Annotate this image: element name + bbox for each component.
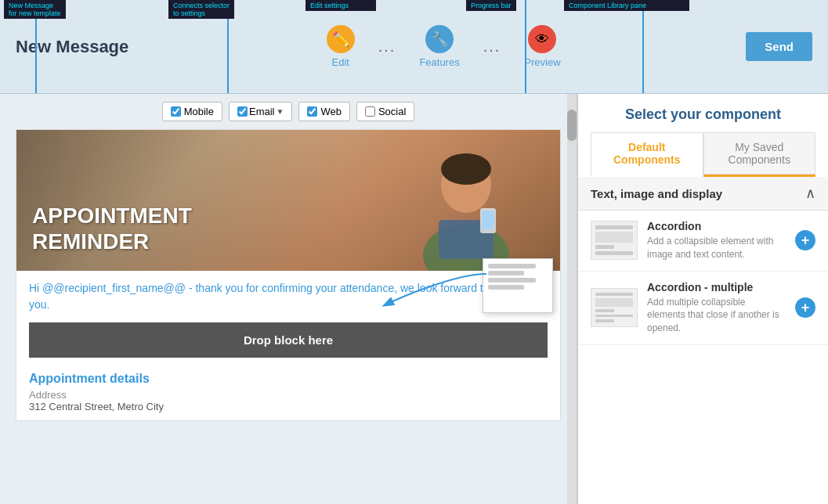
drag-line-2 bbox=[488, 271, 524, 275]
component-desc: Add a collapsible element with image and… bbox=[647, 235, 786, 261]
thumb-img bbox=[595, 232, 633, 243]
body-text: Hi @@recipient_first_name@@ - thank you … bbox=[16, 271, 560, 322]
email-preview: APPOINTMENT REMINDER Hi @@recipient_firs… bbox=[16, 129, 561, 421]
drag-line-4 bbox=[488, 285, 524, 290]
nav-dots-1: ··· bbox=[378, 41, 396, 57]
thumb-img bbox=[595, 298, 633, 307]
email-dropdown-arrow[interactable]: ▼ bbox=[276, 107, 284, 116]
edit-label: Edit bbox=[332, 56, 349, 68]
channels-bar: Mobile Email ▼ Web Social bbox=[0, 94, 577, 129]
address-value: 312 Central Street, Metro City bbox=[29, 401, 548, 412]
list-item[interactable]: Accordion - multiple Add multiple collap… bbox=[578, 272, 828, 345]
mobile-label: Mobile bbox=[184, 106, 214, 117]
features-icon: 🔧 bbox=[425, 25, 454, 53]
thumb-line bbox=[595, 225, 633, 229]
component-name: Accordion - multiple bbox=[647, 281, 786, 293]
drag-line-1 bbox=[488, 264, 536, 268]
send-button[interactable]: Send bbox=[746, 32, 812, 61]
component-thumb-accordion-multiple bbox=[591, 288, 638, 327]
thumb-line-3 bbox=[595, 251, 633, 255]
svg-rect-5 bbox=[482, 211, 494, 229]
hero-image: APPOINTMENT REMINDER bbox=[16, 130, 560, 271]
thumb-line-3 bbox=[595, 315, 633, 318]
preview-label: Preview bbox=[524, 56, 560, 68]
channel-mobile[interactable]: Mobile bbox=[162, 102, 222, 121]
nav-dots-2: ··· bbox=[483, 41, 501, 57]
appointment-title: Appointment details bbox=[29, 372, 548, 386]
address-label: Address bbox=[29, 389, 548, 401]
annotation-5: Component Library pane bbox=[564, 0, 689, 11]
social-label: Social bbox=[378, 106, 406, 117]
channel-social[interactable]: Social bbox=[356, 102, 414, 121]
annotation-1: New Messagefor new template bbox=[4, 0, 66, 19]
component-info-accordion: Accordion Add a collapsible element with… bbox=[647, 220, 786, 261]
add-accordion-multiple-button[interactable]: + bbox=[795, 297, 815, 318]
scrollbar[interactable] bbox=[567, 94, 577, 504]
annotation-3: Edit settings bbox=[306, 0, 376, 11]
drop-block[interactable]: Drop block here bbox=[29, 322, 548, 358]
annotation-4: Progress bar bbox=[466, 0, 516, 11]
features-label: Features bbox=[419, 56, 459, 68]
list-item[interactable]: Accordion Add a collapsible element with… bbox=[578, 211, 828, 272]
editor-panel: Mobile Email ▼ Web Social bbox=[0, 94, 577, 504]
email-label: Email bbox=[249, 106, 275, 117]
select-component-title: Select your component bbox=[591, 106, 815, 123]
edit-icon: ✏️ bbox=[327, 25, 355, 53]
social-checkbox[interactable] bbox=[365, 106, 375, 117]
annotation-2: Connects selectorto settings bbox=[168, 0, 234, 19]
appointment-details: Appointment details Address 312 Central … bbox=[16, 364, 560, 420]
web-checkbox[interactable] bbox=[307, 106, 317, 117]
preview-icon: 👁 bbox=[528, 25, 556, 53]
main-header: New Message ✏️ Edit ··· 🔧 Features ··· 👁… bbox=[0, 0, 828, 94]
mobile-checkbox[interactable] bbox=[171, 106, 181, 117]
nav-features[interactable]: 🔧 Features bbox=[419, 25, 459, 68]
hero-text: APPOINTMENT REMINDER bbox=[32, 203, 192, 255]
person-silhouette bbox=[396, 130, 537, 271]
svg-point-2 bbox=[441, 153, 491, 185]
drag-line-3 bbox=[488, 278, 536, 283]
nav-preview[interactable]: 👁 Preview bbox=[524, 25, 560, 68]
header-nav: ✏️ Edit ··· 🔧 Features ··· 👁 Preview bbox=[141, 25, 746, 68]
page-title: New Message bbox=[16, 37, 141, 57]
content-area: Mobile Email ▼ Web Social bbox=[0, 94, 828, 504]
add-accordion-button[interactable]: + bbox=[795, 230, 815, 250]
scroll-thumb[interactable] bbox=[567, 110, 577, 141]
collapse-icon[interactable]: ∧ bbox=[805, 185, 815, 202]
web-label: Web bbox=[320, 106, 342, 117]
thumb-line-2 bbox=[595, 309, 614, 312]
thumb-line-2 bbox=[595, 245, 614, 249]
channel-web[interactable]: Web bbox=[298, 102, 350, 121]
thumb-line-4 bbox=[595, 319, 614, 322]
drag-preview bbox=[483, 258, 553, 313]
channel-email[interactable]: Email ▼ bbox=[229, 102, 292, 121]
nav-edit[interactable]: ✏️ Edit bbox=[327, 25, 355, 68]
section-title: Text, image and display bbox=[591, 187, 722, 200]
tabs-row: Default Components My Saved Components bbox=[591, 132, 815, 177]
tab-saved-components[interactable]: My Saved Components bbox=[703, 132, 816, 175]
component-name: Accordion bbox=[647, 220, 786, 232]
thumb-line bbox=[595, 293, 633, 296]
right-panel-header: Select your component Default Components… bbox=[578, 94, 828, 177]
component-info-accordion-multiple: Accordion - multiple Add multiple collap… bbox=[647, 281, 786, 335]
email-checkbox[interactable] bbox=[237, 106, 248, 117]
tab-default-components[interactable]: Default Components bbox=[591, 132, 703, 177]
section-header: Text, image and display ∧ bbox=[578, 177, 828, 211]
right-panel: Select your component Default Components… bbox=[577, 94, 828, 504]
component-desc: Add multiple collapsible elements that c… bbox=[647, 296, 786, 335]
component-list: Accordion Add a collapsible element with… bbox=[578, 211, 828, 504]
component-thumb-accordion bbox=[591, 221, 638, 260]
